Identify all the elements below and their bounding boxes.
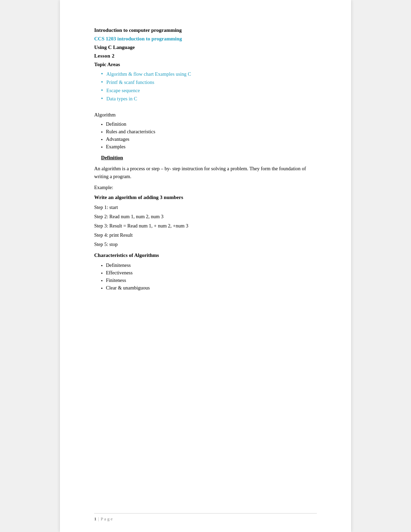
characteristics-heading: Characteristics of Algorithms bbox=[94, 252, 317, 258]
document-page: Introduction to computer programming CCS… bbox=[60, 0, 351, 532]
char-item-definiteness: Definiteness bbox=[101, 262, 317, 268]
step-3: Step 3: Result = Read num 1, + num 2, +n… bbox=[94, 223, 317, 229]
char-label: Definiteness bbox=[106, 262, 130, 268]
char-label: Finiteness bbox=[106, 277, 126, 283]
bullet-item-rules: Rules and characteristics bbox=[101, 129, 317, 135]
topic-list: Algorithm & flow chart Examples using C … bbox=[101, 71, 317, 102]
char-item-clear: Clear & unambiguous bbox=[101, 285, 317, 291]
step-2: Step 2: Read num 1, num 2, num 3 bbox=[94, 214, 317, 220]
topic-item-label: Printf & scanf functions bbox=[107, 79, 154, 85]
footer-page-label: P a g e bbox=[101, 516, 113, 522]
bullet-label: Examples bbox=[106, 144, 125, 150]
language-heading: Using C Language bbox=[94, 45, 317, 50]
topic-item-label: Escape sequence bbox=[107, 88, 140, 94]
bullet-label: Advantages bbox=[106, 136, 129, 142]
footer-separator: | bbox=[98, 516, 99, 522]
bullet-label: Definition bbox=[106, 121, 126, 127]
definition-body: An algorithm is a process or step – by- … bbox=[94, 165, 317, 181]
main-title: Introduction to computer programming bbox=[94, 27, 317, 33]
bullet-item-advantages: Advantages bbox=[101, 136, 317, 142]
topic-item-datatypes: Data types in C bbox=[101, 96, 317, 102]
char-item-effectiveness: Effectiveness bbox=[101, 270, 317, 276]
step-1: Step 1: start bbox=[94, 205, 317, 210]
example-label: Example: bbox=[94, 185, 317, 190]
char-item-finiteness: Finiteness bbox=[101, 277, 317, 283]
step-5: Step 5: stop bbox=[94, 242, 317, 247]
footer-page-number: 1 bbox=[94, 516, 97, 522]
topic-item-label: Data types in C bbox=[107, 96, 137, 102]
bullet-label: Rules and characteristics bbox=[106, 129, 155, 135]
algorithm-bullet-list: Definition Rules and characteristics Adv… bbox=[101, 121, 317, 150]
char-label: Effectiveness bbox=[106, 270, 133, 276]
algorithm-heading: Algorithm bbox=[94, 112, 317, 118]
bullet-item-definition: Definition bbox=[101, 121, 317, 127]
topic-item-escape: Escape sequence bbox=[101, 87, 317, 94]
characteristics-bullet-list: Definiteness Effectiveness Finiteness Cl… bbox=[101, 262, 317, 291]
step-4: Step 4: print Result bbox=[94, 232, 317, 238]
characteristics-section: Characteristics of Algorithms Definitene… bbox=[94, 252, 317, 291]
topic-item-algorithm: Algorithm & flow chart Examples using C bbox=[101, 71, 317, 77]
bullet-item-examples: Examples bbox=[101, 144, 317, 150]
lesson-heading: Lesson 2 bbox=[94, 53, 317, 59]
char-label: Clear & unambiguous bbox=[106, 285, 150, 291]
footer-content: 1 | P a g e bbox=[94, 516, 317, 522]
topic-item-label: Algorithm & flow chart Examples using C bbox=[107, 71, 191, 77]
definition-label: Definition bbox=[101, 155, 317, 161]
subtitle: CCS 1203 introduction to programming bbox=[94, 36, 317, 42]
topic-item-printf: Printf & scanf functions bbox=[101, 79, 317, 85]
page-footer: 1 | P a g e bbox=[94, 513, 317, 522]
example-heading: Write an algorithm of adding 3 numbers bbox=[94, 195, 317, 200]
topic-areas-heading: Topic Areas bbox=[94, 62, 317, 67]
